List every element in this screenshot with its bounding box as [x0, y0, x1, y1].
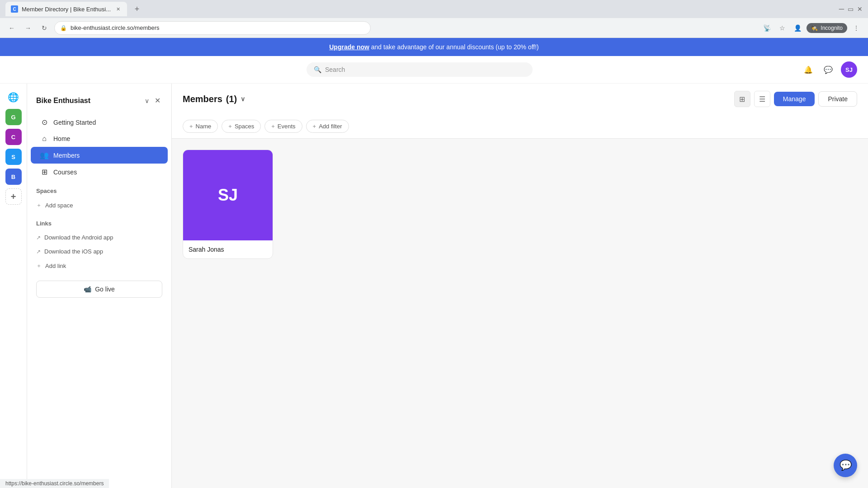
back-button[interactable]: ←	[5, 22, 18, 34]
reload-button[interactable]: ↻	[38, 22, 51, 34]
user-avatar[interactable]: SJ	[841, 61, 857, 78]
add-community-button[interactable]: +	[5, 188, 22, 205]
sidebar-chevron-icon[interactable]: ∨	[145, 97, 149, 104]
search-icon: 🔍	[314, 66, 321, 73]
nav-label-home: Home	[53, 135, 70, 142]
filter-name-plus-icon: +	[189, 123, 193, 130]
nav-label-courses: Courses	[53, 169, 77, 176]
messages-icon[interactable]: 💬	[821, 62, 835, 77]
incognito-label: Incognito	[821, 25, 843, 31]
forward-button[interactable]: →	[22, 22, 34, 34]
sidebar-nav: Bike Enthusiast ∨ ✕ ⊙ Getting Started ⌂ …	[27, 84, 172, 488]
lock-icon: 🔒	[60, 25, 67, 31]
new-tab-button[interactable]: +	[131, 3, 143, 15]
members-icon: 👥	[40, 151, 49, 160]
menu-button[interactable]: ⋮	[850, 22, 863, 34]
android-app-label: Download the Android app	[44, 234, 113, 241]
browser-tab[interactable]: C Member Directory | Bike Enthusi... ✕	[5, 2, 127, 16]
nav-item-home[interactable]: ⌂ Home	[31, 131, 168, 147]
sidebar-icons: 🌐 G C S B +	[0, 84, 27, 488]
nav-item-courses[interactable]: ⊞ Courses	[31, 164, 168, 180]
go-live-button[interactable]: 📹 Go live	[36, 281, 162, 298]
address-text: bike-enthusiast.circle.so/members	[71, 24, 160, 31]
android-link-icon: ↗	[36, 235, 41, 241]
chat-fab-button[interactable]: 💬	[834, 454, 857, 477]
add-space-label: Add space	[45, 202, 73, 209]
member-avatar: SJ	[183, 150, 273, 240]
grid-view-button[interactable]: ⊞	[734, 91, 750, 107]
add-space-button[interactable]: ＋ Add space	[27, 198, 171, 213]
go-live-icon: 📹	[84, 286, 91, 293]
status-bar: https://bike-enthusiast.circle.so/member…	[0, 479, 109, 488]
manage-button[interactable]: Manage	[774, 92, 815, 106]
profile-icon[interactable]: 👤	[791, 22, 804, 34]
list-view-button[interactable]: ☰	[754, 91, 770, 107]
upgrade-link[interactable]: Upgrade now	[329, 43, 369, 51]
incognito-button[interactable]: 🕵 Incognito	[807, 23, 847, 33]
address-bar[interactable]: 🔒 bike-enthusiast.circle.so/members	[54, 21, 371, 35]
sidebar-close-button[interactable]: ✕	[153, 94, 162, 107]
filter-events-button[interactable]: + Events	[264, 120, 302, 133]
status-url: https://bike-enthusiast.circle.so/member…	[5, 480, 104, 487]
sidebar-icon-g[interactable]: G	[5, 109, 22, 125]
filter-events-plus-icon: +	[271, 123, 275, 130]
cast-icon[interactable]: 📡	[760, 22, 773, 34]
member-card[interactable]: SJ Sarah Jonas	[183, 150, 273, 259]
filter-spaces-button[interactable]: + Spaces	[222, 120, 261, 133]
window-controls: ─ ▭ ✕	[839, 5, 863, 13]
tab-title: Member Directory | Bike Enthusi...	[22, 6, 111, 13]
sidebar-header: Bike Enthusiast ∨ ✕	[27, 91, 171, 114]
android-app-link[interactable]: ↗ Download the Android app	[27, 230, 171, 244]
close-window-button[interactable]: ✕	[857, 5, 863, 13]
filter-spaces-label: Spaces	[235, 123, 254, 130]
notifications-icon[interactable]: 🔔	[801, 62, 816, 77]
search-placeholder: Search	[325, 66, 345, 73]
links-section-label: Links	[27, 213, 171, 230]
sidebar-icon-b[interactable]: B	[5, 169, 22, 185]
ios-app-label: Download the iOS app	[44, 248, 103, 255]
nav-item-getting-started[interactable]: ⊙ Getting Started	[31, 114, 168, 131]
nav-label-members: Members	[53, 152, 80, 159]
add-filter-label: Add filter	[319, 123, 342, 130]
getting-started-icon: ⊙	[40, 118, 49, 127]
members-header: Members (1) ∨ ⊞ ☰ Manage Private	[172, 84, 868, 114]
filter-name-label: Name	[196, 123, 212, 130]
community-name: Bike Enthusiast	[36, 97, 90, 105]
members-dropdown-icon[interactable]: ∨	[241, 95, 245, 103]
nav-label-getting-started: Getting Started	[53, 119, 96, 126]
members-grid: SJ Sarah Jonas	[172, 139, 868, 270]
go-live-label: Go live	[95, 286, 115, 293]
globe-icon[interactable]: 🌐	[5, 89, 22, 105]
ios-app-link[interactable]: ↗ Download the iOS app	[27, 244, 171, 258]
sidebar-icon-s[interactable]: S	[5, 149, 22, 165]
member-name: Sarah Jonas	[183, 240, 273, 258]
add-space-icon: ＋	[36, 202, 42, 209]
bookmark-icon[interactable]: ☆	[776, 22, 788, 34]
add-filter-plus-icon: +	[313, 123, 316, 130]
app-layout: 🌐 G C S B + Bike Enthusiast ∨ ✕ ⊙ Gettin…	[0, 84, 868, 488]
search-bar[interactable]: 🔍 Search	[307, 62, 533, 77]
ios-link-icon: ↗	[36, 249, 41, 255]
filter-bar: + Name + Spaces + Events + Add filter	[172, 114, 868, 139]
private-button[interactable]: Private	[818, 91, 857, 107]
incognito-icon: 🕵	[811, 25, 818, 31]
spaces-section-label: Spaces	[27, 180, 171, 198]
sidebar-icon-c[interactable]: C	[5, 129, 22, 145]
tab-close-button[interactable]: ✕	[114, 5, 122, 13]
add-link-button[interactable]: ＋ Add link	[27, 258, 171, 273]
main-content: Members (1) ∨ ⊞ ☰ Manage Private + Name …	[172, 84, 868, 488]
chat-icon: 💬	[840, 460, 852, 471]
courses-icon: ⊞	[40, 168, 49, 176]
filter-name-button[interactable]: + Name	[183, 120, 218, 133]
members-actions: ⊞ ☰ Manage Private	[734, 91, 857, 107]
minimize-button[interactable]: ─	[839, 5, 844, 13]
add-link-label: Add link	[45, 263, 66, 269]
top-bar: 🔍 Search 🔔 💬 SJ	[0, 56, 868, 84]
banner-text: and take advantage of our annual discoun…	[371, 43, 539, 51]
add-link-icon: ＋	[36, 262, 42, 270]
upgrade-banner: Upgrade now and take advantage of our an…	[0, 38, 868, 56]
add-filter-button[interactable]: + Add filter	[306, 120, 349, 133]
members-title-text: Members	[183, 94, 222, 104]
maximize-button[interactable]: ▭	[848, 5, 854, 13]
nav-item-members[interactable]: 👥 Members	[31, 147, 168, 164]
